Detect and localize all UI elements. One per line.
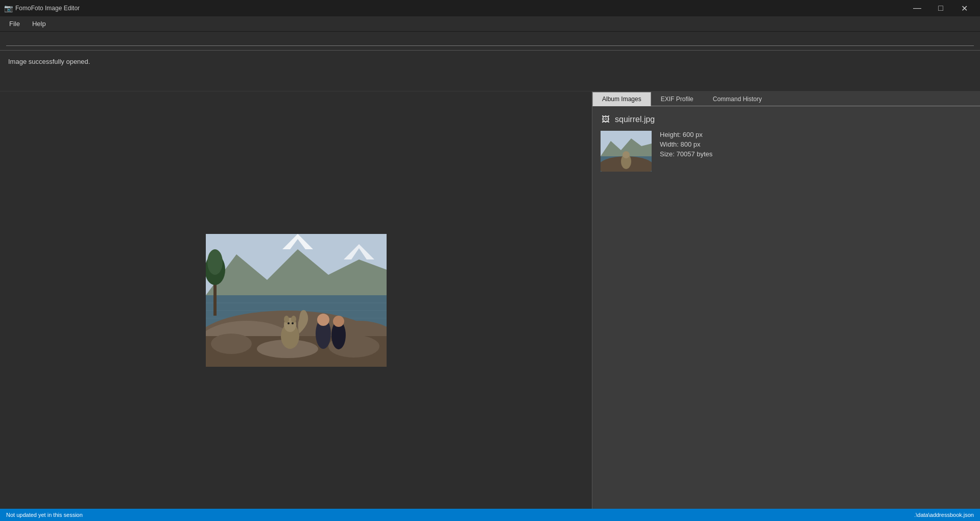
svg-point-18 — [291, 316, 296, 323]
svg-point-27 — [207, 249, 223, 275]
image-file-icon: 🖼 — [601, 114, 611, 125]
album-thumbnail — [601, 131, 652, 172]
svg-point-12 — [211, 334, 252, 354]
svg-point-22 — [317, 314, 329, 326]
menu-file[interactable]: File — [4, 18, 25, 30]
album-item-title: 🖼 squirrel.jpg — [601, 114, 972, 125]
tab-exif-profile[interactable]: EXIF Profile — [651, 92, 703, 106]
album-details-row: Height: 600 px Width: 800 px Size: 70057… — [601, 131, 972, 172]
svg-point-19 — [288, 322, 290, 324]
title-bar: 📷 FomoFoto Image Editor — □ ✕ — [0, 0, 980, 16]
maximize-button[interactable]: □ — [929, 0, 952, 16]
album-filename: squirrel.jpg — [615, 115, 655, 124]
right-panel: Album Images EXIF Profile Command Histor… — [592, 91, 980, 509]
title-bar-controls: — □ ✕ — [905, 0, 976, 16]
svg-point-33 — [623, 151, 630, 158]
album-content: 🖼 squirrel.jpg — [592, 106, 980, 509]
output-text: Image successfully opened. — [8, 58, 90, 65]
output-area: Image successfully opened. — [0, 51, 980, 91]
tab-album-images[interactable]: Album Images — [592, 92, 651, 106]
svg-point-17 — [284, 316, 289, 323]
svg-point-20 — [292, 322, 294, 324]
status-left: Not updated yet in this session — [6, 512, 83, 518]
main-content: Album Images EXIF Profile Command Histor… — [0, 91, 980, 509]
command-area — [0, 32, 980, 51]
album-height: Height: 600 px — [660, 131, 712, 138]
album-width: Width: 800 px — [660, 140, 712, 148]
tabs-bar: Album Images EXIF Profile Command Histor… — [592, 91, 980, 106]
app-title: FomoFoto Image Editor — [15, 5, 80, 12]
album-info: Height: 600 px Width: 800 px Size: 70057… — [660, 131, 712, 158]
status-bar: Not updated yet in this session .\data\a… — [0, 509, 980, 521]
album-size: Size: 70057 bytes — [660, 150, 712, 158]
menu-bar: File Help — [0, 16, 980, 32]
svg-point-24 — [333, 316, 344, 327]
main-image — [206, 234, 387, 367]
title-bar-left: 📷 FomoFoto Image Editor — [4, 4, 80, 12]
image-panel — [0, 91, 592, 509]
tab-command-history[interactable]: Command History — [703, 92, 772, 106]
menu-help[interactable]: Help — [27, 18, 51, 30]
minimize-button[interactable]: — — [905, 0, 929, 16]
close-button[interactable]: ✕ — [952, 0, 976, 16]
command-input[interactable] — [6, 36, 974, 46]
app-icon: 📷 — [4, 4, 12, 12]
status-right: .\data\addressbook.json — [914, 512, 974, 518]
